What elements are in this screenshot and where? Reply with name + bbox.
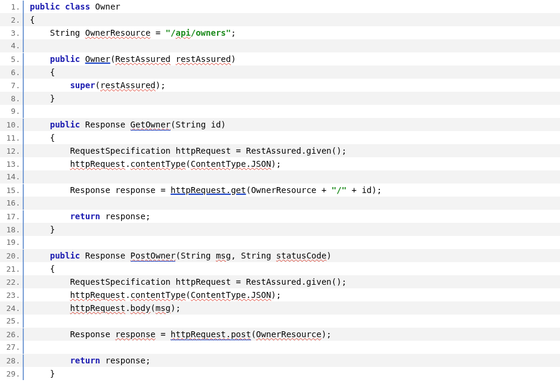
line-number: 8. [0,92,24,105]
code-content: { [30,262,560,275]
code-content: } [30,367,560,380]
code-line: 7. super(restAssured); [0,79,560,92]
line-number: 15. [0,184,24,197]
code-line: 26. Response response = httpRequest.post… [0,328,560,341]
code-content: httpRequest.contentType(ContentType.JSON… [30,288,560,301]
code-line: 22. RequestSpecification httpRequest = R… [0,275,560,288]
code-content: super(restAssured); [30,79,560,92]
line-number: 19. [0,236,24,249]
code-line: 24. httpRequest.body(msg); [0,301,560,315]
line-number: 14. [0,170,24,183]
code-line: 9. [0,105,560,118]
line-number: 20. [0,250,24,263]
code-line: 3. String OwnerResource = "/api/owners"; [0,26,560,39]
code-content: public Owner(RestAssured restAssured) [30,52,560,66]
line-number: 27. [0,341,24,354]
code-content: RequestSpecification httpRequest = RestA… [30,275,560,288]
code-content: return response; [30,354,560,367]
code-line: 11. { [0,131,560,144]
line-number: 11. [0,132,24,145]
line-number: 25. [0,315,24,328]
code-line: 6. { [0,66,560,79]
code-content: { [30,66,560,79]
line-number: 26. [0,328,24,341]
code-content: } [30,223,560,236]
code-line: 4. [0,39,560,52]
code-line: 23. httpRequest.contentType(ContentType.… [0,288,560,301]
code-content: { [30,13,560,26]
code-content: public Response GetOwner(String id) [30,118,560,131]
code-line: 12. RequestSpecification httpRequest = R… [0,144,560,157]
line-number: 13. [0,158,24,171]
code-line: 10. public Response GetOwner(String id) [0,118,560,131]
code-line: 21. { [0,262,560,275]
code-content: return response; [30,210,560,223]
code-line: 2. { [0,13,560,26]
code-line: 29. } [0,367,560,380]
code-line: 19. [0,236,560,249]
line-number: 22. [0,276,24,289]
code-content: RequestSpecification httpRequest = RestA… [30,144,560,157]
line-number: 9. [0,105,24,118]
code-content: httpRequest.body(msg); [30,301,560,315]
code-content: } [30,92,560,105]
code-content: httpRequest.contentType(ContentType.JSON… [30,157,560,170]
code-line: 27. [0,341,560,354]
code-content: Response response = httpRequest.post(Own… [30,328,560,341]
code-line: 5. public Owner(RestAssured restAssured) [0,52,560,66]
line-number: 5. [0,53,24,66]
code-content: String OwnerResource = "/api/owners"; [30,26,560,39]
code-line: 20. public Response PostOwner(String msg… [0,249,560,262]
code-content: { [30,131,560,144]
code-line: 15. Response response = httpRequest.get(… [0,183,560,197]
line-number: 1. [0,1,24,14]
line-number: 7. [0,79,24,92]
line-number: 23. [0,289,24,302]
code-editor: 1. public class Owner 2. { 3. String Own… [0,0,560,380]
line-number: 2. [0,14,24,27]
line-number: 6. [0,66,24,79]
code-line: 13. httpRequest.contentType(ContentType.… [0,157,560,170]
code-line: 8. } [0,92,560,105]
line-number: 4. [0,39,24,52]
code-line: 17. return response; [0,210,560,223]
line-number: 21. [0,263,24,276]
line-number: 24. [0,302,24,315]
line-number: 17. [0,210,24,223]
line-number: 16. [0,197,24,210]
code-line: 18. } [0,223,560,236]
code-line: 1. public class Owner [0,0,560,13]
code-line: 25. [0,315,560,328]
code-line: 16. [0,197,560,210]
line-number: 3. [0,27,24,40]
line-number: 29. [0,368,24,380]
line-number: 12. [0,145,24,158]
code-line: 28. return response; [0,354,560,367]
code-content: Response response = httpRequest.get(Owne… [30,183,560,197]
line-number: 10. [0,119,24,132]
line-number: 18. [0,223,24,237]
code-content: public Response PostOwner(String msg, St… [30,249,560,262]
code-line: 14. [0,170,560,183]
line-number: 28. [0,354,24,368]
code-content: public class Owner [30,0,560,13]
